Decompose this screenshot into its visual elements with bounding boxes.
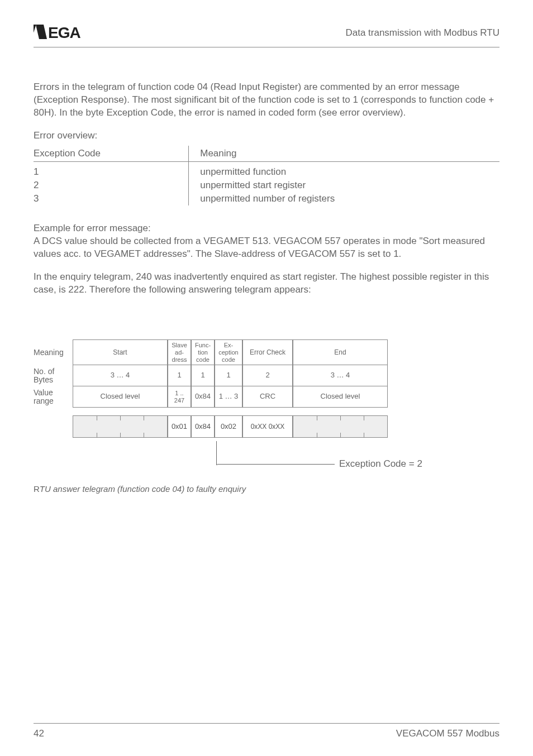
error-code-1: 1 [34,161,189,179]
error-meaning-3: unpermitted number of registers [189,192,499,205]
meaning-end: End [293,339,388,365]
svg-text:EGA: EGA [48,24,80,41]
svg-marker-1 [36,25,47,39]
page-header-title: Data transmission with Modbus RTU [345,27,499,39]
value-slave: 1 .. 247 [168,386,191,408]
meaning-slave: Slave ad-dress [168,339,191,365]
vega-logo: EGA [34,22,95,44]
telegram-diagram: Meaning Start Slave ad-dress Func-tion c… [34,339,499,470]
exception-caption: Exception Code = 2 [339,458,422,470]
example-label: Example for error message: [34,222,499,235]
bytes-end: 3 … 4 [293,365,388,386]
figure-caption-first: R [34,484,40,494]
sample-slave: 0x01 [168,415,191,438]
meaning-ex: Ex-ception code [215,339,242,365]
value-start: Closed level [73,386,168,408]
row-label-meaning: Meaning [34,339,73,365]
figure-caption-rest: TU answer telegram (function code 04) to… [40,484,246,494]
sample-func: 0x84 [191,415,215,438]
svg-rect-0 [34,25,36,39]
value-err: CRC [242,386,293,408]
error-meaning-1: unpermitted function [189,161,499,179]
sample-start-closed [73,415,168,438]
meaning-func: Func-tion code [191,339,215,365]
row-label-bytes: No. of Bytes [34,365,73,386]
error-overview-label: Error overview: [34,130,499,142]
error-code-2: 2 [34,179,189,192]
value-end: Closed level [293,386,388,408]
error-overview-table: Exception Code Meaning 1 unpermitted fun… [34,146,499,205]
sample-end-closed [293,415,388,438]
sample-ex: 0x02 [215,415,242,438]
error-table-header-code: Exception Code [34,146,189,162]
intro-paragraph: Errors in the telegram of function code … [34,81,499,119]
example-body-2: In the enquiry telegram, 240 was inadver… [34,271,499,296]
value-func: 0x84 [191,386,215,408]
bytes-slave: 1 [168,365,191,386]
meaning-start: Start [73,339,168,365]
bytes-start: 3 … 4 [73,365,168,386]
bytes-func: 1 [191,365,215,386]
sample-err: 0xXX 0xXX [242,415,293,438]
meaning-err: Error Check [242,339,293,365]
footer-doc-title: VEGACOM 557 Modbus [396,728,499,739]
page-number: 42 [34,728,44,739]
error-code-3: 3 [34,192,189,205]
row-label-value: Value range [34,386,73,408]
value-ex: 1 … 3 [215,386,242,408]
error-meaning-2: unpermitted start register [189,179,499,192]
error-table-header-meaning: Meaning [189,146,499,162]
example-body-1: A DCS value should be collected from a V… [34,235,499,261]
bytes-err: 2 [242,365,293,386]
bytes-ex: 1 [215,365,242,386]
figure-caption: RTU answer telegram (function code 04) t… [34,484,499,494]
